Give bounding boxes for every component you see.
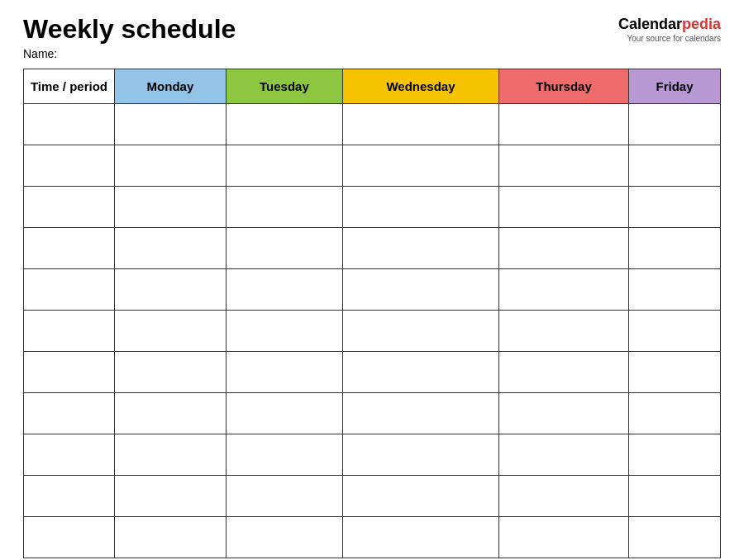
title-block: Weekly schedule Name:: [23, 15, 236, 60]
logo-text: Calendarpedia: [618, 17, 721, 33]
schedule-cell[interactable]: [115, 311, 227, 352]
time-cell[interactable]: [24, 517, 115, 558]
schedule-cell[interactable]: [499, 311, 629, 352]
schedule-cell[interactable]: [499, 269, 629, 311]
schedule-cell[interactable]: [115, 228, 227, 269]
schedule-cell[interactable]: [342, 352, 498, 393]
schedule-cell[interactable]: [342, 517, 498, 558]
schedule-cell[interactable]: [115, 434, 227, 476]
time-cell[interactable]: [24, 476, 115, 517]
col-header-friday: Friday: [629, 69, 721, 104]
schedule-cell[interactable]: [226, 517, 342, 558]
schedule-cell[interactable]: [115, 352, 227, 393]
logo-block: Calendarpedia Your source for calendars: [618, 17, 721, 43]
schedule-cell[interactable]: [226, 187, 342, 228]
schedule-cell[interactable]: [115, 269, 227, 311]
schedule-cell[interactable]: [226, 269, 342, 311]
table-header-row: Time / period Monday Tuesday Wednesday T…: [24, 69, 721, 104]
table-row: [24, 476, 721, 517]
time-cell[interactable]: [24, 434, 115, 476]
schedule-cell[interactable]: [499, 104, 629, 145]
schedule-cell[interactable]: [342, 434, 498, 476]
logo-calendar: Calendar: [618, 16, 682, 32]
schedule-cell[interactable]: [226, 104, 342, 145]
time-cell[interactable]: [24, 393, 115, 434]
schedule-cell[interactable]: [629, 352, 721, 393]
header: Weekly schedule Name: Calendarpedia Your…: [23, 15, 721, 60]
schedule-cell[interactable]: [115, 145, 227, 187]
time-cell[interactable]: [24, 352, 115, 393]
table-row: [24, 145, 721, 187]
schedule-cell[interactable]: [629, 145, 721, 187]
time-cell[interactable]: [24, 228, 115, 269]
schedule-cell[interactable]: [499, 228, 629, 269]
schedule-cell[interactable]: [629, 311, 721, 352]
time-cell[interactable]: [24, 104, 115, 145]
schedule-body: [24, 104, 721, 558]
col-header-monday: Monday: [115, 69, 227, 104]
schedule-cell[interactable]: [499, 145, 629, 187]
schedule-cell[interactable]: [629, 393, 721, 434]
schedule-cell[interactable]: [342, 145, 498, 187]
schedule-cell[interactable]: [115, 517, 227, 558]
schedule-cell[interactable]: [629, 104, 721, 145]
schedule-cell[interactable]: [115, 187, 227, 228]
table-row: [24, 228, 721, 269]
schedule-cell[interactable]: [115, 393, 227, 434]
table-row: [24, 393, 721, 434]
schedule-cell[interactable]: [499, 352, 629, 393]
schedule-cell[interactable]: [499, 517, 629, 558]
schedule-cell[interactable]: [629, 476, 721, 517]
table-row: [24, 269, 721, 311]
schedule-cell[interactable]: [342, 269, 498, 311]
schedule-cell[interactable]: [342, 187, 498, 228]
schedule-cell[interactable]: [499, 187, 629, 228]
schedule-cell[interactable]: [226, 311, 342, 352]
schedule-cell[interactable]: [342, 311, 498, 352]
schedule-cell[interactable]: [629, 434, 721, 476]
name-label: Name:: [23, 47, 236, 60]
schedule-cell[interactable]: [629, 517, 721, 558]
col-header-thursday: Thursday: [499, 69, 629, 104]
schedule-cell[interactable]: [499, 476, 629, 517]
schedule-cell[interactable]: [115, 104, 227, 145]
schedule-cell[interactable]: [342, 104, 498, 145]
schedule-cell[interactable]: [226, 145, 342, 187]
schedule-cell[interactable]: [115, 476, 227, 517]
schedule-cell[interactable]: [629, 187, 721, 228]
schedule-cell[interactable]: [499, 393, 629, 434]
time-cell[interactable]: [24, 311, 115, 352]
page-title: Weekly schedule: [23, 15, 236, 44]
col-header-time: Time / period: [24, 69, 115, 104]
schedule-cell[interactable]: [342, 393, 498, 434]
table-row: [24, 434, 721, 476]
schedule-cell[interactable]: [226, 434, 342, 476]
schedule-cell[interactable]: [226, 393, 342, 434]
schedule-cell[interactable]: [226, 476, 342, 517]
col-header-wednesday: Wednesday: [342, 69, 498, 104]
logo-pedia: pedia: [682, 16, 721, 32]
table-row: [24, 352, 721, 393]
time-cell[interactable]: [24, 187, 115, 228]
schedule-table: Time / period Monday Tuesday Wednesday T…: [23, 69, 721, 558]
schedule-cell[interactable]: [342, 476, 498, 517]
col-header-tuesday: Tuesday: [226, 69, 342, 104]
schedule-cell[interactable]: [342, 228, 498, 269]
schedule-cell[interactable]: [629, 269, 721, 311]
table-row: [24, 104, 721, 145]
table-row: [24, 517, 721, 558]
table-row: [24, 311, 721, 352]
schedule-cell[interactable]: [629, 228, 721, 269]
table-row: [24, 187, 721, 228]
schedule-cell[interactable]: [226, 352, 342, 393]
schedule-cell[interactable]: [226, 228, 342, 269]
time-cell[interactable]: [24, 269, 115, 311]
logo-tagline: Your source for calendars: [627, 34, 721, 43]
schedule-cell[interactable]: [499, 434, 629, 476]
page: Weekly schedule Name: Calendarpedia Your…: [0, 0, 744, 560]
time-cell[interactable]: [24, 145, 115, 187]
